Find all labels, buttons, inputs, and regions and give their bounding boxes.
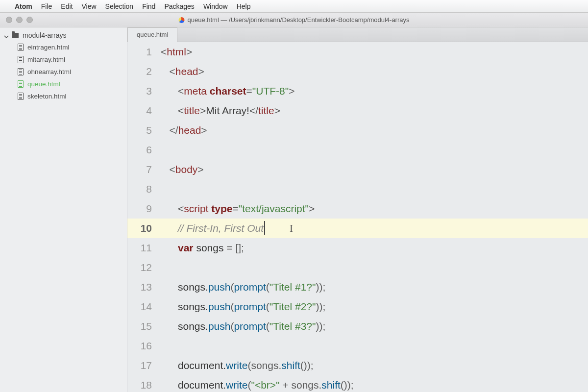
file-label: eintragen.html — [27, 44, 70, 51]
menu-file[interactable]: File — [41, 2, 52, 10]
menu-window[interactable]: Window — [203, 2, 228, 10]
code-line[interactable]: 11 var songs = []; — [127, 238, 588, 258]
line-content[interactable]: </head> — [158, 121, 588, 140]
file-item[interactable]: eintragen.html — [0, 41, 127, 53]
line-number: 3 — [127, 81, 158, 101]
line-content[interactable]: var songs = []; — [158, 238, 588, 258]
line-number: 13 — [127, 277, 158, 297]
line-number: 4 — [127, 101, 158, 121]
tab-bar[interactable]: queue.html — [127, 27, 588, 42]
line-content[interactable] — [158, 336, 588, 356]
line-number: 10 — [127, 219, 158, 238]
line-content[interactable]: document.write(songs.shift()); — [158, 356, 588, 375]
tree-root-folder[interactable]: modul4-arrays — [0, 29, 127, 41]
code-line[interactable]: 8 — [127, 179, 588, 199]
code-line[interactable]: 17 document.write(songs.shift()); — [127, 356, 588, 375]
window-titlebar: queue.html — /Users/jbrinkmann/Desktop/E… — [0, 13, 588, 27]
code-line[interactable]: 2 <head> — [127, 62, 588, 81]
menu-packages[interactable]: Packages — [164, 2, 194, 10]
folder-icon — [12, 33, 19, 38]
menu-app-name[interactable]: Atom — [15, 2, 32, 10]
code-line[interactable]: 10 // First-In, First OutI — [127, 219, 588, 238]
code-line[interactable]: 14 songs.push(prompt("Titel #2?")); — [127, 297, 588, 317]
file-item[interactable]: queue.html — [0, 78, 127, 90]
close-icon[interactable] — [6, 17, 12, 23]
line-content[interactable]: <html> — [158, 42, 588, 62]
line-number: 12 — [127, 258, 158, 277]
line-number: 2 — [127, 62, 158, 81]
code-line[interactable]: 6 — [127, 140, 588, 160]
macos-menubar: Atom File Edit View Selection Find Packa… — [0, 0, 588, 13]
window-title-text: queue.html — /Users/jbrinkmann/Desktop/E… — [187, 16, 409, 24]
line-number: 7 — [127, 160, 158, 179]
file-label: ohnearray.html — [27, 68, 71, 75]
line-number: 9 — [127, 199, 158, 219]
line-number: 11 — [127, 238, 158, 258]
line-content[interactable] — [158, 258, 588, 277]
line-content[interactable]: songs.push(prompt("Titel #1?")); — [158, 277, 588, 297]
code-line[interactable]: 16 — [127, 336, 588, 356]
line-content[interactable]: <title>Mit Array!</title> — [158, 101, 588, 121]
file-label: skeleton.html — [27, 93, 67, 100]
code-line[interactable]: 13 songs.push(prompt("Titel #1?")); — [127, 277, 588, 297]
tree-root-label: modul4-arrays — [23, 31, 66, 39]
file-item[interactable]: ohnearray.html — [0, 66, 127, 78]
file-tree-sidebar[interactable]: modul4-arrays eintragen.htmlmitarray.htm… — [0, 27, 127, 392]
code-line[interactable]: 5 </head> — [127, 121, 588, 140]
code-editor[interactable]: 1<html>2 <head>3 <meta charset="UTF-8">4… — [127, 42, 588, 392]
file-item[interactable]: mitarray.html — [0, 53, 127, 66]
menu-edit[interactable]: Edit — [61, 2, 73, 10]
window-title: queue.html — /Users/jbrinkmann/Desktop/E… — [178, 16, 409, 24]
line-content[interactable]: document.write("<br>" + songs.shift()); — [158, 375, 588, 392]
code-line[interactable]: 12 — [127, 258, 588, 277]
code-line[interactable]: 18 document.write("<br>" + songs.shift()… — [127, 375, 588, 392]
code-line[interactable]: 9 <script type="text/javascript"> — [127, 199, 588, 219]
chevron-down-icon[interactable] — [4, 33, 9, 38]
file-icon — [18, 44, 24, 51]
code-line[interactable]: 4 <title>Mit Array!</title> — [127, 101, 588, 121]
text-cursor — [264, 221, 265, 235]
menu-help[interactable]: Help — [237, 2, 251, 10]
line-number: 5 — [127, 121, 158, 140]
line-number: 17 — [127, 356, 158, 375]
file-label: queue.html — [27, 80, 60, 88]
line-number: 15 — [127, 317, 158, 336]
code-line[interactable]: 3 <meta charset="UTF-8"> — [127, 81, 588, 101]
code-line[interactable]: 7 <body> — [127, 160, 588, 179]
line-number: 18 — [127, 375, 158, 392]
line-number: 1 — [127, 42, 158, 62]
line-content[interactable] — [158, 140, 588, 160]
line-content[interactable]: <body> — [158, 160, 588, 179]
editor-pane: queue.html 1<html>2 <head>3 <meta charse… — [127, 27, 588, 392]
file-icon — [18, 56, 24, 63]
line-content[interactable]: <script type="text/javascript"> — [158, 199, 588, 219]
line-number: 16 — [127, 336, 158, 356]
file-item[interactable]: skeleton.html — [0, 90, 127, 102]
line-number: 6 — [127, 140, 158, 160]
tab-active[interactable]: queue.html — [127, 27, 177, 42]
traffic-lights — [0, 17, 33, 23]
maximize-icon[interactable] — [26, 17, 33, 23]
menu-view[interactable]: View — [81, 2, 96, 10]
line-number: 14 — [127, 297, 158, 317]
line-number: 8 — [127, 179, 158, 199]
file-icon — [18, 80, 24, 88]
line-content[interactable] — [158, 179, 588, 199]
html-file-icon — [178, 17, 184, 23]
file-label: mitarray.html — [27, 56, 65, 63]
ibeam-cursor-icon: I — [290, 219, 293, 238]
line-content[interactable]: <meta charset="UTF-8"> — [158, 81, 588, 101]
file-icon — [18, 93, 24, 100]
file-icon — [18, 68, 24, 75]
menu-find[interactable]: Find — [142, 2, 155, 10]
app-body: modul4-arrays eintragen.htmlmitarray.htm… — [0, 27, 588, 392]
menu-selection[interactable]: Selection — [105, 2, 134, 10]
minimize-icon[interactable] — [16, 17, 23, 23]
code-line[interactable]: 1<html> — [127, 42, 588, 62]
code-line[interactable]: 15 songs.push(prompt("Titel #3?")); — [127, 317, 588, 336]
line-content[interactable]: <head> — [158, 62, 588, 81]
line-content[interactable]: songs.push(prompt("Titel #3?")); — [158, 317, 588, 336]
line-content[interactable]: songs.push(prompt("Titel #2?")); — [158, 297, 588, 317]
line-content[interactable]: // First-In, First OutI — [158, 219, 588, 238]
